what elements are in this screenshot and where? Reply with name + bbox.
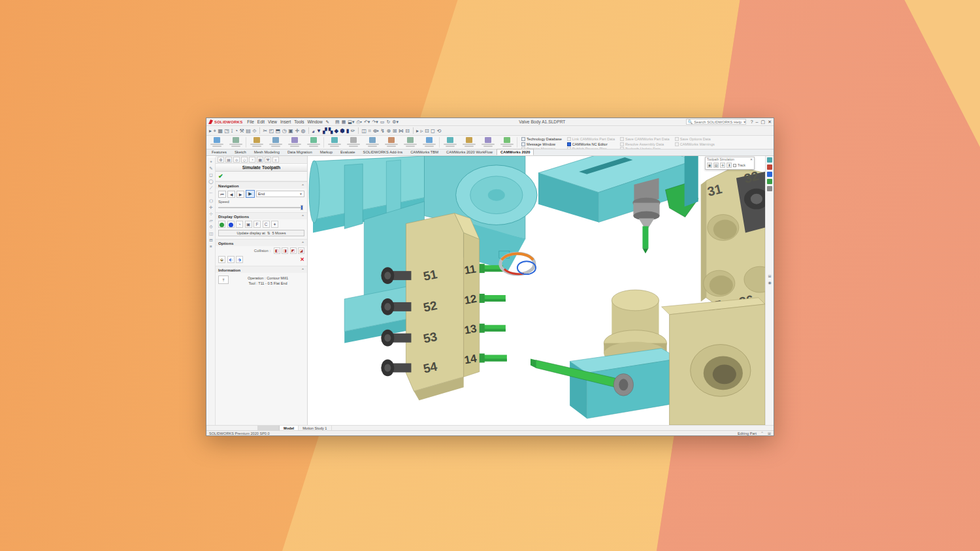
toolbar-icon[interactable]: ⟲ bbox=[436, 127, 441, 134]
toolbar-icon[interactable]: ⟴ bbox=[372, 127, 378, 134]
slider-thumb[interactable] bbox=[301, 205, 303, 210]
toolbar-icon[interactable]: ✂ bbox=[263, 127, 268, 134]
cancel-button[interactable]: ✕ bbox=[300, 257, 304, 262]
undo-icon[interactable]: ↶▾ bbox=[364, 119, 370, 125]
ribbon-misc-item[interactable]: CAMWorks NC Editor bbox=[567, 142, 615, 146]
tool-strip-icon[interactable]: ⬡ bbox=[209, 198, 213, 203]
ribbon-button[interactable] bbox=[248, 136, 265, 148]
overlay-target-icon[interactable]: ▤ bbox=[713, 163, 719, 168]
help-search-box[interactable]: 🔍 ▾ bbox=[686, 119, 746, 125]
tool-display-icon[interactable]: ◔ bbox=[236, 221, 243, 228]
toolbar-icon[interactable]: ↯ bbox=[380, 127, 385, 134]
toolbar-icon[interactable]: ◳ bbox=[225, 127, 230, 134]
toolbar-icon[interactable]: ▸ bbox=[416, 127, 419, 134]
options-header[interactable]: Options ⌃ bbox=[216, 240, 307, 246]
model-tab[interactable]: Model bbox=[280, 426, 299, 430]
strip-section-icon[interactable] bbox=[767, 186, 772, 191]
toolbar-icon[interactable]: ✏ bbox=[351, 127, 355, 134]
toolpath-display-icon[interactable]: ✦ bbox=[271, 221, 278, 228]
toolbar-icon[interactable]: ⬢ bbox=[340, 127, 344, 134]
menu-file[interactable]: File bbox=[247, 119, 253, 125]
cam-tree-tab-icon[interactable]: ▦ bbox=[257, 157, 263, 163]
toolbar-icon[interactable]: ▸ bbox=[209, 127, 212, 134]
cam-operation-tab-icon[interactable]: ⚒ bbox=[265, 157, 271, 163]
graphics-viewport[interactable]: 51 52 53 54 11 12 13 14 bbox=[308, 156, 765, 425]
close-icon[interactable]: ✕ bbox=[768, 119, 772, 125]
toolbar-icon[interactable]: ⋈ bbox=[399, 127, 404, 134]
stop-at-dropdown[interactable]: End ▼ bbox=[256, 191, 304, 197]
information-header[interactable]: Information ⌃ bbox=[216, 266, 307, 273]
rebuild-icon[interactable]: ↻ bbox=[386, 119, 390, 125]
section-view-icon[interactable]: ⬗ bbox=[236, 256, 243, 263]
tool-strip-icon[interactable]: ≡ bbox=[210, 244, 212, 249]
toolbar-icon[interactable]: ◷ bbox=[282, 127, 287, 134]
tab-solidworks-addins[interactable]: SOLIDWORKS Add-Ins bbox=[359, 149, 407, 155]
ribbon-button[interactable] bbox=[479, 136, 497, 148]
update-display-button[interactable]: Update display at ⇅ 5 Moves bbox=[218, 230, 304, 236]
options-icon[interactable]: ⚙▾ bbox=[392, 119, 399, 125]
display-tab-icon[interactable]: ◔ bbox=[249, 157, 255, 163]
toolbar-icon[interactable]: ⊟ bbox=[405, 127, 410, 134]
toolbar-icon[interactable]: ◻ bbox=[431, 127, 435, 134]
strip-camera-icon[interactable]: ◉ bbox=[768, 280, 771, 285]
print-icon[interactable]: ⎙▾ bbox=[356, 119, 362, 125]
search-input[interactable] bbox=[694, 120, 742, 124]
ribbon-button[interactable] bbox=[227, 136, 244, 148]
toolbar-icon[interactable]: ▚ bbox=[329, 127, 333, 134]
tab-mesh-modeling[interactable]: Mesh Modeling bbox=[250, 149, 284, 155]
toolbar-icon[interactable]: ▞ bbox=[323, 127, 327, 134]
ribbon-button[interactable] bbox=[344, 136, 362, 148]
ribbon-button[interactable] bbox=[401, 136, 419, 148]
tool-strip-icon[interactable]: ◻ bbox=[209, 172, 212, 177]
ribbon-button[interactable] bbox=[304, 136, 322, 148]
toolbar-icon[interactable]: ◆ bbox=[335, 127, 338, 134]
toolbar-icon[interactable]: ⚒ bbox=[239, 127, 244, 134]
tab-markup[interactable]: Markup bbox=[316, 149, 336, 155]
close-icon[interactable]: ✕ bbox=[750, 158, 753, 161]
chevron-up-icon[interactable]: ⌃ bbox=[760, 431, 764, 435]
toolbar-icon[interactable]: ▼ bbox=[316, 127, 321, 134]
tab-camworks-workflow[interactable]: CAMWorks 2020 WorkFlow bbox=[442, 149, 497, 155]
menu-view[interactable]: View bbox=[268, 119, 277, 125]
toolbar-icon[interactable]: ▦ bbox=[218, 127, 223, 134]
tool-strip-icon[interactable]: ⌖ bbox=[210, 159, 212, 164]
collision-mark-icon[interactable]: ◩ bbox=[290, 247, 297, 254]
strip-display-icon[interactable] bbox=[767, 157, 772, 163]
toolbar-icon[interactable]: ⟟ bbox=[231, 127, 233, 134]
tab-evaluate[interactable]: Evaluate bbox=[336, 149, 359, 155]
tool-strip-icon[interactable]: ✎ bbox=[209, 166, 212, 170]
tab-sketch[interactable]: Sketch bbox=[231, 149, 250, 155]
toolbar-icon[interactable]: ⟓ bbox=[312, 127, 315, 134]
maximize-icon[interactable]: ▢ bbox=[761, 119, 766, 125]
toolbar-icon[interactable]: ⊞ bbox=[393, 127, 397, 134]
ribbon-button[interactable] bbox=[498, 136, 515, 148]
toolbar-icon[interactable]: ▤ bbox=[246, 127, 251, 134]
play-button[interactable]: ▶ bbox=[246, 190, 255, 198]
propertymanager-tab-icon[interactable]: ▤ bbox=[225, 157, 232, 163]
minimize-icon[interactable]: – bbox=[756, 119, 759, 125]
ribbon-button[interactable] bbox=[286, 136, 303, 148]
tool-strip-icon[interactable]: ⊹ bbox=[209, 212, 212, 216]
strip-toolpath-icon[interactable] bbox=[767, 172, 772, 177]
turbo-mode-icon[interactable]: ⬖ bbox=[227, 256, 235, 263]
toolbar-icon[interactable]: ⟐ bbox=[252, 127, 256, 134]
toolbar-icon[interactable]: ▣ bbox=[288, 127, 293, 134]
speed-slider[interactable] bbox=[218, 204, 304, 210]
step-back-button[interactable]: ◀ bbox=[227, 191, 235, 198]
tool-strip-icon[interactable]: ⌒ bbox=[209, 192, 214, 197]
simulation-mode-icon[interactable]: ⬙ bbox=[218, 256, 225, 263]
overlay-tool-icon[interactable]: ⬇ bbox=[727, 163, 732, 168]
toolbar-icon[interactable]: ◫ bbox=[361, 127, 367, 134]
select-icon[interactable]: ▭ bbox=[380, 119, 385, 125]
collision-report-icon[interactable]: ◪ bbox=[298, 247, 304, 254]
ok-button[interactable]: ✔ bbox=[218, 173, 223, 180]
new-file-icon[interactable]: ▤ bbox=[335, 119, 340, 125]
menu-window[interactable]: Window bbox=[307, 119, 322, 125]
tool-strip-icon[interactable]: ⊟ bbox=[209, 238, 212, 242]
collision-stop-icon[interactable]: ◧ bbox=[274, 247, 280, 254]
strip-view-icon[interactable]: ⊞ bbox=[768, 274, 771, 278]
ribbon-misc-item[interactable]: Technology Database bbox=[521, 137, 562, 141]
toolbar-icon[interactable]: ⊕ bbox=[386, 127, 391, 134]
open-file-icon[interactable]: ▦ bbox=[342, 119, 346, 125]
menu-edit[interactable]: Edit bbox=[257, 119, 265, 125]
